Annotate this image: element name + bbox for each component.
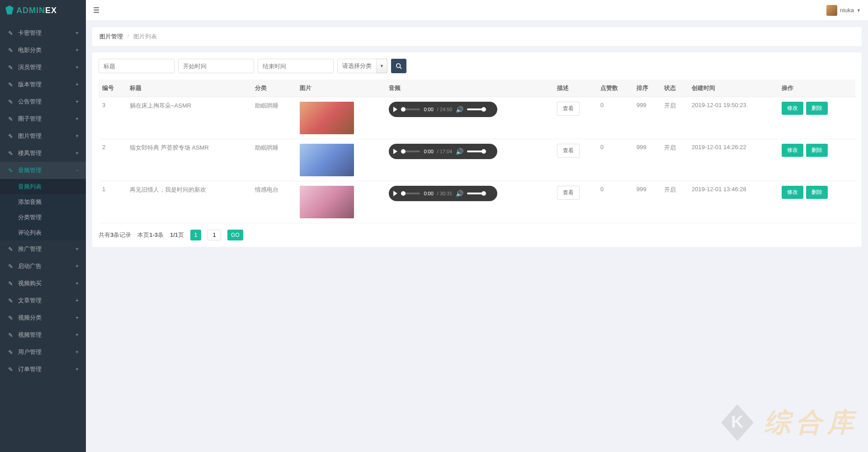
cell-status: 开启 (660, 97, 688, 139)
expand-icon: + (75, 30, 79, 36)
table-row: 3 躺在床上掏耳朵~ASMR 助眠哄睡 0:00 / 24:50 🔊 查看 0 … (99, 97, 855, 139)
audio-player[interactable]: 0:00 / 24:50 🔊 (389, 102, 497, 117)
cell-actions: 修改 删除 (778, 181, 855, 223)
submenu-item[interactable]: 分类管理 (0, 210, 86, 225)
sidebar-item[interactable]: ✎圈子管理+ (0, 110, 86, 127)
cell-sort: 999 (633, 139, 660, 181)
cell-desc: 查看 (553, 139, 597, 181)
start-time-input[interactable] (178, 59, 254, 73)
edit-icon: ✎ (7, 64, 14, 71)
cell-category: 情感电台 (251, 181, 296, 223)
edit-button[interactable]: 修改 (782, 186, 803, 199)
pagination-pages: 1/1页 (170, 231, 184, 239)
category-dropdown[interactable]: 请选择分类 ▼ (337, 59, 387, 73)
logo[interactable]: ADMINEX (0, 0, 86, 21)
edit-button[interactable]: 修改 (782, 144, 803, 157)
sidebar-item[interactable]: ✎推广管理+ (0, 240, 86, 253)
user-name: niuka (840, 7, 854, 14)
thumbnail[interactable] (300, 186, 354, 218)
table-header: 排序 (633, 80, 660, 97)
pagination: 共有3条记录 本页1-3条 1/1页 1 GO (99, 230, 855, 240)
submenu-item[interactable]: 音频列表 (0, 179, 86, 194)
submenu-item[interactable]: 添加音频 (0, 194, 86, 210)
search-button[interactable] (391, 59, 406, 73)
thumbnail[interactable] (300, 102, 354, 134)
cell-actions: 修改 删除 (778, 97, 855, 139)
panel: 请选择分类 ▼ 编号标题分类图片音频描述点赞数排序状态创建时间操作 3 躺在床上… (92, 52, 862, 247)
sidebar-item-label: 卡密管理 (18, 29, 42, 37)
volume-icon[interactable]: 🔊 (456, 106, 463, 113)
time-duration: / 24:50 (437, 107, 453, 112)
brand-suffix: EX (45, 6, 57, 15)
seek-bar[interactable] (401, 151, 420, 152)
sidebar-item-label: 公告管理 (18, 98, 42, 106)
delete-button[interactable]: 删除 (806, 102, 828, 115)
sidebar-item[interactable]: ✎音频管理− (0, 162, 86, 179)
view-button[interactable]: 查看 (557, 102, 580, 116)
breadcrumb-sep: / (127, 33, 129, 40)
table-body: 3 躺在床上掏耳朵~ASMR 助眠哄睡 0:00 / 24:50 🔊 查看 0 … (99, 97, 855, 223)
volume-icon[interactable]: 🔊 (456, 148, 463, 155)
view-button[interactable]: 查看 (557, 186, 580, 200)
pagination-total: 共有3条记录 (99, 231, 131, 239)
volume-bar[interactable] (467, 108, 484, 110)
chevron-down-icon: ▼ (857, 8, 861, 13)
cell-status: 开启 (660, 139, 688, 181)
page-current[interactable]: 1 (190, 230, 201, 240)
edit-icon: ✎ (7, 30, 14, 37)
volume-bar[interactable] (467, 151, 484, 152)
seek-bar[interactable] (401, 193, 420, 194)
edit-icon: ✎ (7, 81, 14, 88)
volume-icon[interactable]: 🔊 (456, 190, 463, 197)
cell-id: 1 (99, 181, 126, 223)
cell-likes: 0 (597, 97, 633, 139)
expand-icon: + (75, 116, 79, 122)
delete-button[interactable]: 删除 (806, 186, 828, 199)
edit-button[interactable]: 修改 (782, 102, 803, 115)
page-input[interactable] (208, 230, 221, 240)
expand-icon: − (75, 167, 79, 174)
sidebar-item[interactable]: ✎图片管理+ (0, 127, 86, 145)
thumbnail[interactable] (300, 144, 354, 176)
edit-icon: ✎ (7, 116, 14, 122)
data-table: 编号标题分类图片音频描述点赞数排序状态创建时间操作 3 躺在床上掏耳朵~ASMR… (99, 80, 855, 223)
play-icon[interactable] (393, 107, 397, 112)
breadcrumb: 图片管理 / 图片列表 (92, 27, 862, 46)
sidebar-item[interactable]: ✎卡密管理+ (0, 24, 86, 42)
sidebar-item[interactable]: ✎演员管理+ (0, 59, 86, 76)
sidebar-item[interactable]: ✎公告管理+ (0, 93, 86, 110)
end-time-input[interactable] (258, 59, 334, 73)
brand-prefix: ADMIN (16, 6, 45, 15)
audio-player[interactable]: 0:00 / 30:31 🔊 (389, 186, 497, 201)
delete-button[interactable]: 删除 (806, 144, 828, 157)
play-icon[interactable] (393, 149, 397, 154)
table-header: 分类 (251, 80, 296, 97)
sidebar-item-label: 音频管理 (18, 166, 42, 174)
seek-bar[interactable] (401, 108, 420, 110)
submenu-item[interactable]: 评论列表 (0, 225, 86, 240)
table-row: 1 再见旧情人，我是时间的新欢 情感电台 0:00 / 30:31 🔊 查看 0… (99, 181, 855, 223)
sidebar-item[interactable]: ✎电影分类+ (0, 42, 86, 59)
hamburger-icon[interactable]: ☰ (93, 6, 99, 14)
cell-sort: 999 (633, 97, 660, 139)
sidebar-item[interactable]: ✎版本管理+ (0, 76, 86, 93)
cell-created: 2019-12-01 19:50:23 (688, 97, 778, 139)
go-button[interactable]: GO (227, 230, 243, 240)
time-current: 0:00 (424, 149, 433, 154)
view-button[interactable]: 查看 (557, 144, 580, 158)
sidebar-item[interactable]: ✎楼凤管理+ (0, 145, 86, 162)
user-dropdown[interactable]: niuka ▼ (826, 5, 861, 16)
title-input[interactable] (99, 59, 175, 73)
cell-created: 2019-12-01 13:46:28 (688, 181, 778, 223)
avatar (826, 5, 837, 16)
breadcrumb-sub: 图片列表 (133, 33, 157, 40)
expand-icon: + (75, 99, 79, 105)
sidebar-item-label: 图片管理 (18, 132, 42, 140)
cell-category: 助眠哄睡 (251, 97, 296, 139)
volume-bar[interactable] (467, 193, 484, 194)
cell-image (296, 181, 386, 223)
play-icon[interactable] (393, 191, 397, 196)
edit-icon: ✎ (7, 47, 14, 54)
audio-player[interactable]: 0:00 / 17:04 🔊 (389, 144, 497, 159)
chevron-down-icon[interactable]: ▼ (377, 59, 387, 73)
